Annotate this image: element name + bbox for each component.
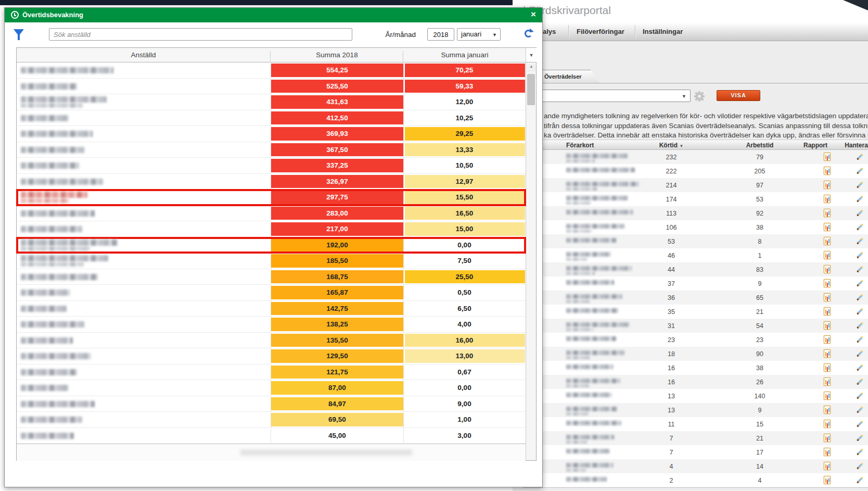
- table-row[interactable]: 412,5010,25: [17, 110, 526, 127]
- pencil-icon[interactable]: [857, 266, 863, 272]
- table-row[interactable]: 45,003,00: [17, 428, 526, 444]
- table-row[interactable]: 525,5059,33: [17, 79, 526, 95]
- pencil-icon[interactable]: [857, 364, 863, 371]
- nav-item-filoverforingar[interactable]: Filöverföringar: [577, 28, 624, 35]
- violation-row[interactable]: 11392: [523, 206, 868, 220]
- table-row[interactable]: 69,501,00: [17, 412, 526, 428]
- driver-select-combobox[interactable]: ▼: [523, 90, 691, 102]
- header-dropdown-button[interactable]: ▼: [526, 48, 537, 62]
- table-row[interactable]: 142,756,50: [17, 301, 526, 317]
- col-kortid-sortable[interactable]: Körtid ▼: [648, 142, 695, 149]
- violation-row[interactable]: 2323: [523, 333, 868, 347]
- table-scrollbar[interactable]: ▼ ▲: [526, 48, 536, 460]
- violation-row[interactable]: 538: [523, 234, 868, 248]
- report-icon[interactable]: [824, 153, 831, 161]
- report-icon[interactable]: [824, 462, 831, 470]
- violation-row[interactable]: 23279: [523, 150, 868, 164]
- violation-row[interactable]: 3665: [523, 291, 868, 305]
- report-icon[interactable]: [824, 195, 831, 203]
- violation-row[interactable]: 21497: [523, 178, 868, 192]
- pencil-icon[interactable]: [857, 308, 863, 314]
- violation-row[interactable]: 10638: [523, 220, 868, 234]
- table-row[interactable]: 367,5013,33: [17, 142, 526, 158]
- violation-row[interactable]: 1890: [523, 347, 868, 361]
- nav-item-analys[interactable]: alys: [543, 28, 556, 35]
- pencil-icon[interactable]: [857, 336, 863, 343]
- pencil-icon[interactable]: [857, 322, 863, 329]
- report-icon[interactable]: [824, 181, 831, 189]
- violation-row[interactable]: 24: [523, 473, 868, 487]
- pencil-icon[interactable]: [857, 420, 863, 427]
- report-icon[interactable]: [824, 434, 831, 442]
- nav-item-installningar[interactable]: Inställningar: [643, 28, 683, 35]
- report-icon[interactable]: [824, 293, 831, 301]
- pencil-icon[interactable]: [857, 251, 863, 258]
- pencil-icon[interactable]: [857, 448, 863, 455]
- report-icon[interactable]: [824, 349, 831, 358]
- pencil-icon[interactable]: [857, 181, 863, 188]
- pencil-icon[interactable]: [857, 392, 863, 399]
- report-icon[interactable]: [824, 377, 831, 386]
- table-row[interactable]: 369,9329,25: [17, 126, 526, 142]
- table-row[interactable]: 283,0016,50: [17, 206, 526, 222]
- report-icon[interactable]: [824, 363, 831, 372]
- table-row[interactable]: 84,979,00: [17, 396, 526, 412]
- visa-button[interactable]: VISA: [717, 90, 760, 101]
- violation-row[interactable]: 1626: [523, 375, 868, 389]
- table-row[interactable]: 121,750,67: [17, 364, 526, 381]
- violation-row[interactable]: 414: [523, 459, 868, 473]
- pencil-icon[interactable]: [857, 237, 863, 244]
- violation-row[interactable]: 17453: [523, 192, 868, 206]
- close-icon[interactable]: ×: [531, 9, 536, 20]
- report-icon[interactable]: [824, 251, 831, 259]
- report-icon[interactable]: [824, 237, 831, 245]
- violation-row[interactable]: 717: [523, 445, 868, 459]
- modal-titlebar[interactable]: Övertidsbevakning ×: [5, 8, 542, 22]
- table-row[interactable]: 217,0015,00: [17, 221, 526, 237]
- pencil-icon[interactable]: [857, 223, 863, 230]
- table-row[interactable]: 87,000,00: [17, 380, 526, 396]
- table-row[interactable]: 554,2570,25: [17, 62, 526, 79]
- report-icon[interactable]: [824, 476, 831, 484]
- table-row[interactable]: 168,7525,50: [17, 269, 526, 285]
- report-icon[interactable]: [824, 209, 831, 217]
- violation-row[interactable]: 1638: [523, 361, 868, 375]
- report-icon[interactable]: [824, 392, 831, 400]
- table-row[interactable]: 297,7515,50: [17, 190, 526, 206]
- violation-row[interactable]: 721: [523, 431, 868, 445]
- scroll-up-arrow[interactable]: ▲: [527, 64, 536, 72]
- search-input[interactable]: [49, 28, 352, 41]
- violation-row[interactable]: 13140: [523, 389, 868, 403]
- violation-row[interactable]: 222205: [523, 164, 868, 178]
- pencil-icon[interactable]: [857, 350, 863, 357]
- violation-row[interactable]: 3521: [523, 305, 868, 319]
- violation-row[interactable]: 4483: [523, 262, 868, 276]
- report-icon[interactable]: [824, 420, 831, 428]
- report-icon[interactable]: [824, 321, 831, 330]
- pencil-icon[interactable]: [857, 434, 863, 441]
- refresh-icon[interactable]: [525, 30, 532, 37]
- pencil-icon[interactable]: [857, 280, 863, 286]
- report-icon[interactable]: [824, 265, 831, 273]
- report-icon[interactable]: [824, 406, 831, 414]
- report-icon[interactable]: [824, 448, 831, 456]
- year-input[interactable]: [427, 28, 454, 41]
- month-select[interactable]: januari ▼: [457, 28, 501, 41]
- table-row[interactable]: 185,507,50: [17, 253, 526, 269]
- violation-row[interactable]: 1115: [523, 417, 868, 431]
- table-row[interactable]: 129,5013,00: [17, 348, 526, 364]
- violation-row[interactable]: 461: [523, 248, 868, 262]
- pencil-icon[interactable]: [857, 209, 863, 216]
- table-row[interactable]: 192,000,00: [17, 237, 526, 254]
- report-icon[interactable]: [824, 335, 831, 344]
- pencil-icon[interactable]: [857, 406, 863, 413]
- pencil-icon[interactable]: [857, 378, 863, 385]
- filter-funnel-icon[interactable]: [14, 29, 24, 36]
- pencil-icon[interactable]: [857, 294, 863, 300]
- pencil-icon[interactable]: [857, 153, 863, 160]
- scrollbar-thumb[interactable]: [527, 74, 535, 105]
- violation-row[interactable]: 3154: [523, 319, 868, 333]
- pencil-icon[interactable]: [857, 476, 863, 483]
- table-row[interactable]: 138,254,00: [17, 317, 526, 333]
- table-row[interactable]: 326,9712,97: [17, 174, 526, 190]
